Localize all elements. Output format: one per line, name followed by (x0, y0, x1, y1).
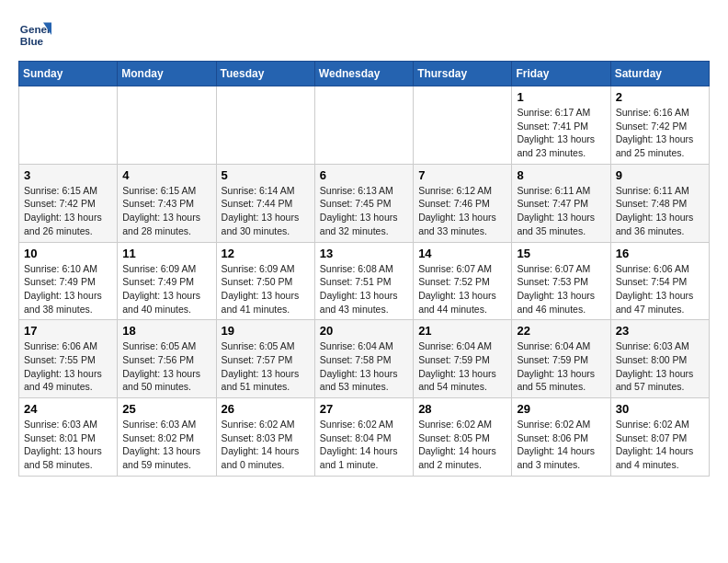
calendar-cell: 20Sunrise: 6:04 AM Sunset: 7:58 PM Dayli… (314, 320, 413, 398)
calendar-cell: 21Sunrise: 6:04 AM Sunset: 7:59 PM Dayli… (414, 320, 512, 398)
day-number: 21 (418, 324, 506, 338)
day-info: Sunrise: 6:02 AM Sunset: 8:06 PM Dayligh… (517, 418, 605, 472)
day-number: 6 (320, 168, 408, 182)
day-number: 14 (418, 247, 506, 260)
day-info: Sunrise: 6:14 AM Sunset: 7:44 PM Dayligh… (222, 184, 310, 238)
day-number: 4 (122, 168, 210, 182)
logo-icon: General Blue (18, 18, 51, 52)
day-number: 15 (517, 247, 605, 260)
day-info: Sunrise: 6:02 AM Sunset: 8:03 PM Dayligh… (222, 418, 310, 472)
calendar-cell: 16Sunrise: 6:06 AM Sunset: 7:54 PM Dayli… (610, 242, 709, 320)
day-info: Sunrise: 6:09 AM Sunset: 7:49 PM Dayligh… (122, 262, 210, 316)
calendar-cell: 19Sunrise: 6:05 AM Sunset: 7:57 PM Dayli… (216, 320, 314, 398)
day-number: 12 (222, 247, 310, 260)
day-number: 23 (616, 324, 704, 338)
calendar-body: 1Sunrise: 6:17 AM Sunset: 7:41 PM Daylig… (19, 86, 710, 477)
day-number: 7 (418, 168, 506, 182)
calendar-cell: 8Sunrise: 6:11 AM Sunset: 7:47 PM Daylig… (512, 164, 610, 242)
calendar-cell: 17Sunrise: 6:06 AM Sunset: 7:55 PM Dayli… (19, 320, 118, 398)
day-info: Sunrise: 6:07 AM Sunset: 7:52 PM Dayligh… (418, 262, 506, 316)
day-number: 20 (320, 324, 408, 338)
day-info: Sunrise: 6:03 AM Sunset: 8:02 PM Dayligh… (122, 418, 210, 472)
calendar-cell: 12Sunrise: 6:09 AM Sunset: 7:50 PM Dayli… (216, 242, 314, 320)
day-number: 22 (517, 324, 605, 338)
day-info: Sunrise: 6:04 AM Sunset: 7:58 PM Dayligh… (320, 339, 408, 394)
day-number: 17 (24, 324, 112, 338)
day-info: Sunrise: 6:11 AM Sunset: 7:48 PM Dayligh… (616, 184, 704, 238)
day-info: Sunrise: 6:02 AM Sunset: 8:04 PM Dayligh… (320, 418, 408, 472)
day-info: Sunrise: 6:03 AM Sunset: 8:01 PM Dayligh… (24, 418, 112, 472)
day-info: Sunrise: 6:05 AM Sunset: 7:56 PM Dayligh… (122, 339, 210, 394)
weekday-header: Friday (512, 62, 610, 86)
day-number: 25 (122, 402, 210, 416)
day-info: Sunrise: 6:03 AM Sunset: 8:00 PM Dayligh… (616, 339, 704, 394)
day-number: 27 (320, 402, 408, 416)
page-header: General Blue (18, 18, 710, 52)
weekday-header: Sunday (19, 62, 118, 86)
day-info: Sunrise: 6:11 AM Sunset: 7:47 PM Dayligh… (517, 184, 605, 238)
day-number: 30 (616, 402, 704, 416)
day-number: 8 (517, 168, 605, 182)
day-info: Sunrise: 6:10 AM Sunset: 7:49 PM Dayligh… (24, 262, 112, 316)
calendar-cell (118, 86, 216, 165)
logo: General Blue (18, 18, 55, 52)
day-number: 18 (122, 324, 210, 338)
calendar-cell (216, 86, 314, 165)
calendar-cell: 18Sunrise: 6:05 AM Sunset: 7:56 PM Dayli… (118, 320, 216, 398)
calendar-cell: 2Sunrise: 6:16 AM Sunset: 7:42 PM Daylig… (610, 86, 709, 165)
weekday-header: Saturday (610, 62, 709, 86)
day-info: Sunrise: 6:15 AM Sunset: 7:42 PM Dayligh… (24, 184, 112, 238)
calendar-cell: 4Sunrise: 6:15 AM Sunset: 7:43 PM Daylig… (118, 164, 216, 242)
day-info: Sunrise: 6:13 AM Sunset: 7:45 PM Dayligh… (320, 184, 408, 238)
weekday-header: Wednesday (314, 62, 413, 86)
calendar-cell: 10Sunrise: 6:10 AM Sunset: 7:49 PM Dayli… (19, 242, 118, 320)
calendar-cell: 28Sunrise: 6:02 AM Sunset: 8:05 PM Dayli… (414, 398, 512, 477)
day-number: 29 (517, 402, 605, 416)
day-info: Sunrise: 6:16 AM Sunset: 7:42 PM Dayligh… (616, 106, 704, 160)
calendar-cell: 14Sunrise: 6:07 AM Sunset: 7:52 PM Dayli… (414, 242, 512, 320)
calendar-cell: 15Sunrise: 6:07 AM Sunset: 7:53 PM Dayli… (512, 242, 610, 320)
calendar-cell: 7Sunrise: 6:12 AM Sunset: 7:46 PM Daylig… (414, 164, 512, 242)
day-number: 1 (517, 90, 605, 104)
calendar-cell (314, 86, 413, 165)
day-number: 5 (222, 168, 310, 182)
calendar-cell: 5Sunrise: 6:14 AM Sunset: 7:44 PM Daylig… (216, 164, 314, 242)
svg-text:Blue: Blue (20, 35, 44, 47)
calendar-cell: 26Sunrise: 6:02 AM Sunset: 8:03 PM Dayli… (216, 398, 314, 477)
day-number: 9 (616, 168, 704, 182)
day-info: Sunrise: 6:09 AM Sunset: 7:50 PM Dayligh… (222, 262, 310, 316)
calendar-header: SundayMondayTuesdayWednesdayThursdayFrid… (19, 62, 710, 86)
calendar-cell (19, 86, 118, 165)
calendar-cell: 1Sunrise: 6:17 AM Sunset: 7:41 PM Daylig… (512, 86, 610, 165)
day-info: Sunrise: 6:05 AM Sunset: 7:57 PM Dayligh… (222, 339, 310, 394)
calendar-table: SundayMondayTuesdayWednesdayThursdayFrid… (18, 61, 710, 477)
calendar-cell: 6Sunrise: 6:13 AM Sunset: 7:45 PM Daylig… (314, 164, 413, 242)
calendar-cell: 9Sunrise: 6:11 AM Sunset: 7:48 PM Daylig… (610, 164, 709, 242)
day-number: 24 (24, 402, 112, 416)
calendar-cell: 25Sunrise: 6:03 AM Sunset: 8:02 PM Dayli… (118, 398, 216, 477)
day-info: Sunrise: 6:06 AM Sunset: 7:54 PM Dayligh… (616, 262, 704, 316)
weekday-header: Monday (118, 62, 216, 86)
calendar-cell: 30Sunrise: 6:02 AM Sunset: 8:07 PM Dayli… (610, 398, 709, 477)
day-info: Sunrise: 6:17 AM Sunset: 7:41 PM Dayligh… (517, 106, 605, 160)
day-info: Sunrise: 6:07 AM Sunset: 7:53 PM Dayligh… (517, 262, 605, 316)
day-number: 16 (616, 247, 704, 260)
day-number: 19 (222, 324, 310, 338)
day-number: 26 (222, 402, 310, 416)
calendar-cell: 23Sunrise: 6:03 AM Sunset: 8:00 PM Dayli… (610, 320, 709, 398)
day-info: Sunrise: 6:08 AM Sunset: 7:51 PM Dayligh… (320, 262, 408, 316)
day-info: Sunrise: 6:04 AM Sunset: 7:59 PM Dayligh… (517, 339, 605, 394)
day-info: Sunrise: 6:02 AM Sunset: 8:05 PM Dayligh… (418, 418, 506, 472)
calendar-cell: 22Sunrise: 6:04 AM Sunset: 7:59 PM Dayli… (512, 320, 610, 398)
calendar-cell: 24Sunrise: 6:03 AM Sunset: 8:01 PM Dayli… (19, 398, 118, 477)
weekday-header: Thursday (414, 62, 512, 86)
calendar-cell: 29Sunrise: 6:02 AM Sunset: 8:06 PM Dayli… (512, 398, 610, 477)
day-info: Sunrise: 6:02 AM Sunset: 8:07 PM Dayligh… (616, 418, 704, 472)
calendar-cell: 3Sunrise: 6:15 AM Sunset: 7:42 PM Daylig… (19, 164, 118, 242)
day-info: Sunrise: 6:06 AM Sunset: 7:55 PM Dayligh… (24, 339, 112, 394)
day-info: Sunrise: 6:12 AM Sunset: 7:46 PM Dayligh… (418, 184, 506, 238)
calendar-cell: 11Sunrise: 6:09 AM Sunset: 7:49 PM Dayli… (118, 242, 216, 320)
weekday-header: Tuesday (216, 62, 314, 86)
day-number: 2 (616, 90, 704, 104)
day-info: Sunrise: 6:15 AM Sunset: 7:43 PM Dayligh… (122, 184, 210, 238)
